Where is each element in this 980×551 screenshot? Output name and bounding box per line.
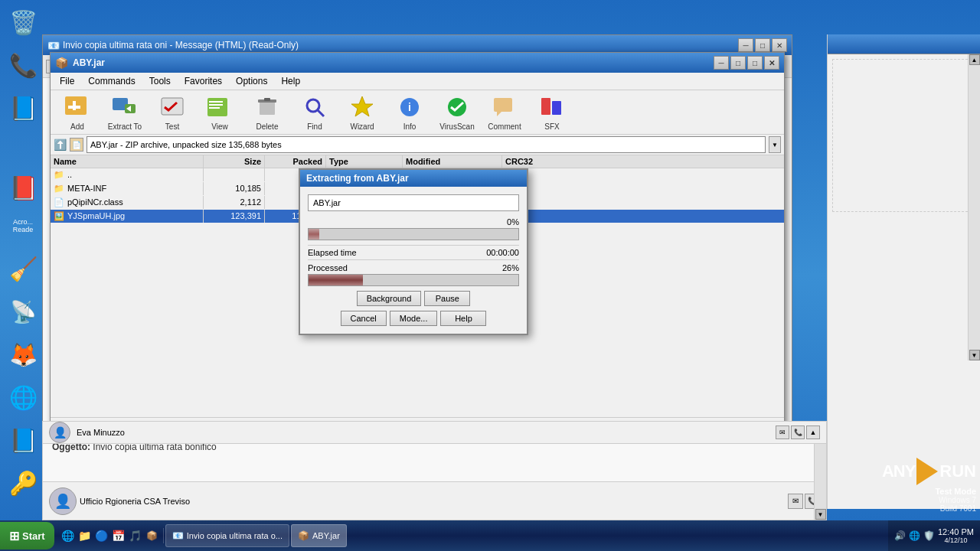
toolbar-virusscan-label: VirusScan xyxy=(439,122,474,131)
sfx-icon xyxy=(537,93,567,121)
taskbar-outlook-item[interactable]: 📧 Invio copia ultima rata o... xyxy=(165,524,289,547)
scroll-down-btn[interactable]: ▼ xyxy=(969,350,980,360)
taskbar-winrar-tray[interactable]: 📦 xyxy=(145,528,160,543)
outlook-minimize-btn[interactable]: ─ xyxy=(738,38,753,52)
toolbar-test[interactable]: Test xyxy=(150,93,194,131)
app-icon-8[interactable]: 📘 xyxy=(5,422,41,458)
contact2-btn-1[interactable]: ✉ xyxy=(776,425,789,439)
recycle-bin-icon[interactable]: 🗑️ xyxy=(5,4,41,41)
scroll-up-btn[interactable]: ▲ xyxy=(969,54,980,65)
outlook-close-btn[interactable]: ✕ xyxy=(772,38,787,52)
col-header-packed[interactable]: Packed xyxy=(265,155,326,168)
menu-favorites[interactable]: Favorites xyxy=(178,74,228,88)
toolbar-extract-label: Extract To xyxy=(108,122,142,131)
toolbar-sfx-label: SFX xyxy=(544,122,559,131)
background-button[interactable]: Background xyxy=(357,291,422,306)
add-icon xyxy=(62,93,93,121)
skype-icon[interactable]: 📞 xyxy=(5,47,41,83)
svg-rect-24 xyxy=(552,101,561,115)
menu-options[interactable]: Options xyxy=(230,74,273,88)
toolbar-test-label: Test xyxy=(165,122,179,131)
contact-row-2: 👤 Eva Minuzzo ✉ 📞 ▲ xyxy=(42,421,827,444)
email-scroll-down-btn[interactable]: ▼ xyxy=(815,509,826,520)
col-header-modified[interactable]: Modified xyxy=(403,155,502,168)
toolbar-view-label: View xyxy=(211,122,228,131)
dialog-buttons-row1: Background Pause xyxy=(308,291,519,306)
toolbar-extract-to[interactable]: Extract To xyxy=(103,93,147,131)
processed-progress-fill xyxy=(309,275,363,285)
nav-up-btn[interactable]: ⬆️ xyxy=(54,139,67,151)
menu-file[interactable]: File xyxy=(54,74,80,88)
taskbar-cal-icon[interactable]: 📅 xyxy=(111,528,126,543)
outlook-maximize-btn[interactable]: □ xyxy=(755,38,770,52)
cancel-button[interactable]: Cancel xyxy=(341,311,387,326)
app-icon-9[interactable]: 🔑 xyxy=(5,465,41,501)
menu-help[interactable]: Help xyxy=(275,74,306,88)
contact-btn-1[interactable]: ✉ xyxy=(788,494,803,509)
any-run-text: ANY xyxy=(882,461,915,481)
extracting-filename: ABY.jar xyxy=(308,194,519,211)
toolbar-virusscan[interactable]: VirusScan xyxy=(435,93,479,131)
contact2-btn-2[interactable]: 📞 xyxy=(791,425,805,439)
menu-commands[interactable]: Commands xyxy=(82,74,141,88)
toolbar-delete[interactable]: Delete xyxy=(245,93,289,131)
taskbar-ie-icon[interactable]: 🌐 xyxy=(60,528,76,543)
col-header-type[interactable]: Type xyxy=(326,155,403,168)
path-dropdown-btn[interactable]: ▼ xyxy=(769,136,781,153)
toolbar-add[interactable]: Add xyxy=(55,93,100,131)
clock-time: 12:40 PM xyxy=(938,527,974,536)
ccleaner-icon[interactable]: 🧹 xyxy=(5,250,41,287)
tray-security-icon[interactable]: 🛡️ xyxy=(923,530,935,541)
word-desktop-icon[interactable]: 📘 xyxy=(5,90,41,126)
tray-volume-icon[interactable]: 🔊 xyxy=(894,530,906,541)
wizard-icon xyxy=(347,93,377,121)
mode-button[interactable]: Mode... xyxy=(390,311,438,326)
col-header-size[interactable]: Size xyxy=(204,155,265,168)
elapsed-row: Elapsed time 00:00:00 xyxy=(308,245,519,260)
filezilla-icon[interactable]: 📡 xyxy=(5,293,41,330)
taskbar-folder-icon[interactable]: 📁 xyxy=(77,528,93,543)
help-button[interactable]: Help xyxy=(440,311,486,326)
play-triangle-icon xyxy=(916,458,938,485)
elapsed-label: Elapsed time xyxy=(308,248,357,257)
toolbar-wizard[interactable]: Wizard xyxy=(340,93,384,131)
taskbar-winrar-item[interactable]: 📦 ABY.jar xyxy=(291,524,347,547)
firefox-icon[interactable]: 🦊 xyxy=(5,336,41,373)
build-label: Build 7601 xyxy=(940,504,976,513)
toolbar-view[interactable]: View xyxy=(198,93,242,131)
top-progress-bar xyxy=(308,228,519,240)
toolbar-info[interactable]: i Info xyxy=(387,93,432,131)
start-button[interactable]: ⊞ Start xyxy=(0,522,54,549)
path-input[interactable] xyxy=(87,136,766,153)
menu-tools[interactable]: Tools xyxy=(143,74,177,88)
file-size-2: 2,112 xyxy=(204,196,265,209)
contact2-collapse-btn[interactable]: ▲ xyxy=(806,425,820,439)
winrar-minimize-btn[interactable]: ─ xyxy=(714,56,729,70)
pause-button[interactable]: Pause xyxy=(424,291,470,306)
winrar-restore-btn[interactable]: □ xyxy=(730,56,746,70)
toolbar-sfx[interactable]: SFX xyxy=(530,93,574,131)
winrar-close-btn[interactable]: ✕ xyxy=(764,56,779,70)
toolbar-find[interactable]: Find xyxy=(292,93,337,131)
system-clock[interactable]: 12:40 PM 4/12/10 xyxy=(938,527,974,544)
acrobat-label: Acro...Reade xyxy=(5,207,41,244)
processed-progress-bar xyxy=(308,274,519,286)
acrobat-icon[interactable]: 📕 xyxy=(5,169,41,206)
tray-network-icon[interactable]: 🌐 xyxy=(909,530,920,541)
google-chrome-icon[interactable]: 🌐 xyxy=(5,379,41,416)
view-icon xyxy=(204,93,235,121)
file-size-3: 123,391 xyxy=(204,210,265,223)
winrar-maximize-btn[interactable]: □ xyxy=(747,56,763,70)
taskbar-chrome-icon[interactable]: 🔵 xyxy=(94,528,109,543)
toolbar-wizard-label: Wizard xyxy=(350,122,374,131)
col-header-crc32[interactable]: CRC32 xyxy=(502,155,564,168)
processed-section: Processed 26% xyxy=(308,263,519,286)
svg-rect-21 xyxy=(494,109,512,110)
toolbar-comment[interactable]: Comment xyxy=(482,93,527,131)
svg-rect-9 xyxy=(209,104,223,106)
taskbar-media-icon[interactable]: 🎵 xyxy=(128,528,143,543)
path-icon: 📄 xyxy=(70,138,83,152)
path-bar: ⬆️ 📄 ▼ xyxy=(51,135,784,155)
col-header-name[interactable]: Name xyxy=(51,155,204,168)
any-run-badge: ANY RUN Test Mode Windows 7 Build 7601 xyxy=(882,458,976,513)
